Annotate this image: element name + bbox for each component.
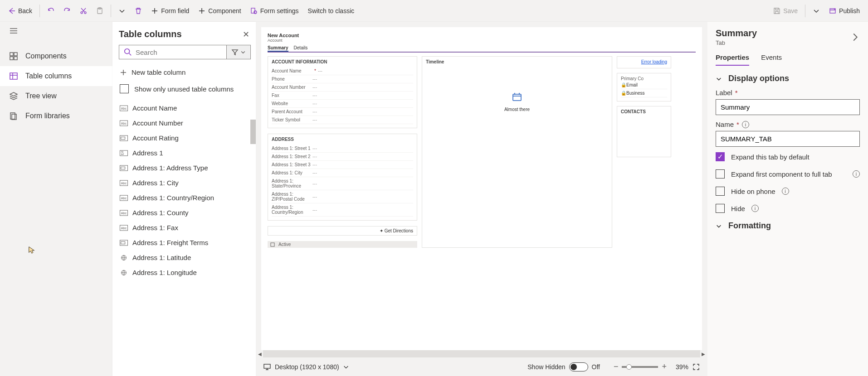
paste-button[interactable] [92,4,108,18]
cut-button[interactable] [75,4,92,18]
form-field[interactable]: Address 1: Street 2--- [272,153,413,161]
form-field[interactable]: Address 1: City--- [272,169,413,177]
column-item[interactable]: Address 1: Freight Terms [119,235,249,250]
save-button[interactable]: Save [769,4,802,18]
column-item-label: Address 1 [132,149,163,157]
chevron-down-icon [240,49,246,55]
map-card[interactable]: ✦ Get Directions [268,226,417,236]
show-hidden-toggle[interactable] [569,362,588,371]
show-unused-row[interactable]: Show only unused table columns [119,80,249,98]
formatting-header[interactable]: Formatting [716,221,860,231]
chevron-right-icon[interactable] [851,33,860,42]
form-field[interactable]: Ticker Symbol--- [272,116,413,124]
fit-icon[interactable] [692,363,700,371]
undo-button[interactable] [43,4,59,18]
column-item[interactable]: Address 1: Address Type [119,160,249,175]
delete-button[interactable] [130,4,146,18]
props-tab-events[interactable]: Events [761,53,782,66]
column-item[interactable]: Address 1: Longitude [119,265,249,280]
name-input[interactable] [716,131,860,147]
related-card-1[interactable]: Error loading [617,56,671,68]
nav-tree-view[interactable]: Tree view [0,86,112,106]
chevron-down-icon[interactable] [343,364,349,370]
hide-phone-row[interactable]: Hide on phone i [716,187,860,196]
form-tab-summary[interactable]: Summary [268,45,288,52]
expand-first-checkbox[interactable] [716,169,725,178]
hide-checkbox[interactable] [716,204,725,213]
column-item[interactable]: AbcAddress 1: County [119,205,249,220]
new-table-column-button[interactable]: New table column [119,65,249,80]
expand-default-checkbox[interactable]: ✓ [716,152,725,161]
column-item[interactable]: AbcAddress 1: Fax [119,220,249,235]
expand-first-row[interactable]: Expand first component to full tab i [716,169,860,178]
column-item[interactable]: AbcAddress 1: City [119,175,249,190]
paste-menu-button[interactable] [114,4,130,18]
form-field[interactable]: Address 1: Street 1--- [272,145,413,153]
form-field[interactable]: Address 1: Country/Region--- [272,203,413,217]
get-directions-label[interactable]: Get Directions [385,228,413,233]
back-button[interactable]: Back [4,4,37,18]
form-field[interactable]: Address 1: ZIP/Postal Code--- [272,190,413,203]
search-input-wrap[interactable] [119,45,227,59]
column-item[interactable]: AbcAccount Name [119,101,249,116]
form-field[interactable]: Account Name*--- [272,67,413,75]
show-unused-checkbox[interactable] [120,84,129,93]
props-tab-properties[interactable]: Properties [716,53,749,66]
canvas-horizontal-scrollbar[interactable]: ◀▶ [256,350,707,357]
search-icon [124,48,132,56]
add-component-button[interactable]: Component [194,4,245,18]
related-card-2[interactable]: Primary Co 🔒 Email 🔒 Business [617,73,671,101]
label-input[interactable] [716,99,860,115]
zoom-out-button[interactable]: − [614,362,619,371]
zoom-in-button[interactable]: + [662,362,667,371]
column-item[interactable]: AbcAccount Number [119,116,249,130]
column-item[interactable]: AbdefAddress 1 [119,145,249,160]
display-options-header[interactable]: Display options [716,74,860,83]
form-field[interactable]: Phone--- [272,75,413,83]
form-field[interactable]: Parent Account--- [272,108,413,116]
redo-button[interactable] [59,4,75,18]
form-field[interactable]: Account Number--- [272,83,413,92]
form-settings-button[interactable]: Form settings [246,4,303,18]
canvas-vertical-scrollbar[interactable] [703,33,707,227]
nav-toggle[interactable] [0,22,112,40]
filter-button[interactable] [227,45,251,59]
column-item[interactable]: AbcAddress 1: Country/Region [119,190,249,205]
info-icon[interactable]: i [742,121,749,128]
expand-default-row[interactable]: ✓ Expand this tab by default [716,152,860,161]
column-item[interactable]: Address 1: Latitude [119,250,249,265]
publish-button[interactable]: Publish [824,4,864,18]
column-item[interactable]: Account Rating [119,130,249,145]
account-info-card[interactable]: ACCOUNT INFORMATION Account Name*---Phon… [268,56,417,128]
zoom-slider[interactable] [622,366,658,368]
svg-rect-10 [14,57,17,60]
panel-close-button[interactable]: ✕ [243,29,249,39]
svg-rect-20 [121,137,125,139]
timeline-card[interactable]: Timeline Almost there [422,56,612,248]
form-field[interactable]: Fax--- [272,92,413,100]
scrollbar-thumb[interactable] [250,120,256,144]
address-card[interactable]: ADDRESS Address 1: Street 1---Address 1:… [268,134,417,221]
form-field[interactable]: Address 1: State/Province--- [272,177,413,190]
form-tabs-selected[interactable]: Summary Details [268,45,696,53]
info-icon[interactable]: i [853,170,860,178]
search-input[interactable] [136,48,222,56]
add-form-field-button[interactable]: Form field [146,4,194,18]
nav-table-columns[interactable]: Table columns [0,66,112,86]
form-field[interactable]: Address 1: Street 3--- [272,161,413,169]
device-label[interactable]: Desktop (1920 x 1080) [275,363,339,371]
info-icon[interactable]: i [782,188,789,195]
expand-default-label: Expand this tab by default [731,153,809,161]
error-loading-link[interactable]: Error loading [641,59,667,64]
nav-form-libraries[interactable]: Form libraries [0,106,112,126]
hide-row[interactable]: Hide i [716,204,860,213]
switch-classic-button[interactable]: Switch to classic [303,4,359,18]
nav-components[interactable]: Components [0,46,112,66]
hide-phone-checkbox[interactable] [716,187,725,196]
form-tab-details[interactable]: Details [294,45,308,52]
form-field[interactable]: Website--- [272,100,413,108]
info-icon[interactable]: i [751,205,759,212]
save-menu-button[interactable] [808,4,824,18]
contacts-card[interactable]: CONTACTS [617,106,671,157]
form-preview[interactable]: New Account Account Summary Details ACCO… [261,27,702,350]
